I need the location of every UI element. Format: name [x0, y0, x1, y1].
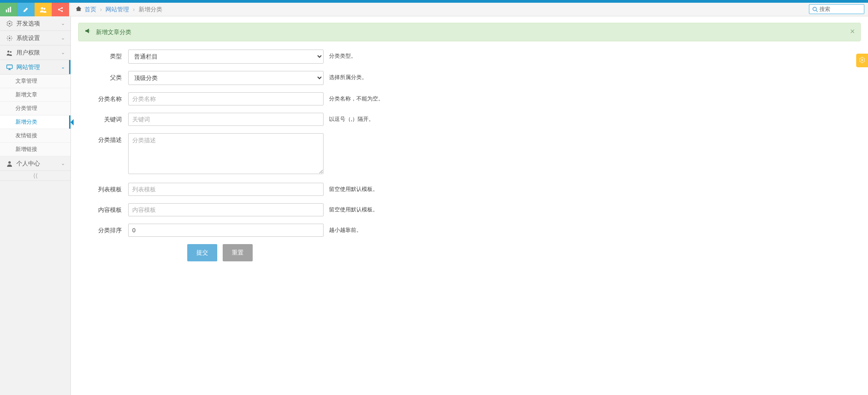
main-content: 新增文章分类 × 类型 普通栏目 分类类型。 父类 顶级分类	[71, 16, 868, 395]
sidebar-item-label: 用户权限	[16, 49, 40, 57]
sidebar-item-label: 网站管理	[16, 63, 40, 71]
help-name: 分类名称，不能为空。	[324, 92, 384, 103]
svg-point-3	[40, 7, 43, 9]
label-parent: 父类	[78, 71, 128, 82]
sidebar-item-users[interactable]: 用户权限 ⌄	[0, 45, 70, 60]
submenu-category-add[interactable]: 新增分类	[0, 115, 70, 129]
settings-fab[interactable]	[856, 54, 868, 67]
sidebar-collapse[interactable]: ⟨⟨	[0, 171, 70, 181]
header-btn-share[interactable]	[52, 3, 69, 16]
sidebar-item-profile[interactable]: 个人中心 ⌄	[0, 156, 70, 171]
reset-button[interactable]: 重置	[223, 244, 253, 261]
help-desc	[324, 133, 329, 136]
help-sort: 越小越靠前。	[324, 224, 362, 234]
chevron-down-icon: ⌄	[61, 64, 65, 70]
breadcrumb: 首页 › 网站管理 › 新增分类	[69, 5, 162, 14]
svg-point-4	[43, 8, 45, 10]
bullhorn-icon	[85, 29, 93, 35]
sidebar-submenu-site: 文章管理 新增文章 分类管理 新增分类 友情链接 新增链接	[0, 75, 70, 156]
help-type: 分类类型。	[324, 50, 356, 60]
help-parent: 选择所属分类。	[324, 71, 367, 81]
svg-point-9	[9, 37, 10, 39]
help-cont-tpl: 留空使用默认模板。	[324, 203, 378, 214]
share-icon	[57, 6, 64, 13]
svg-point-10	[7, 50, 9, 52]
input-sort[interactable]	[128, 224, 324, 237]
input-cont-tpl[interactable]	[128, 203, 324, 216]
gear-icon	[5, 20, 14, 27]
sidebar-item-dev[interactable]: 开发选项 ⌄	[0, 16, 70, 31]
alert-text: 新增文章分类	[96, 29, 131, 35]
header-btn-users[interactable]	[35, 3, 52, 16]
sidebar-item-site[interactable]: 网站管理 ⌄	[0, 60, 70, 75]
breadcrumb-home[interactable]: 首页	[85, 5, 96, 14]
label-list-tpl: 列表模板	[78, 183, 128, 194]
sidebar-item-label: 系统设置	[16, 34, 40, 42]
header: 首页 › 网站管理 › 新增分类	[0, 3, 868, 16]
breadcrumb-site[interactable]: 网站管理	[105, 5, 129, 14]
pencil-icon	[23, 6, 29, 13]
svg-point-7	[61, 10, 63, 12]
label-cont-tpl: 内容模板	[78, 203, 128, 214]
gear-icon	[5, 35, 14, 41]
header-btn-chart[interactable]	[0, 3, 17, 16]
header-btn-edit[interactable]	[17, 3, 35, 16]
user-icon	[5, 160, 14, 167]
label-name: 分类名称	[78, 92, 128, 103]
svg-rect-2	[10, 6, 11, 12]
breadcrumb-current: 新增分类	[139, 5, 162, 14]
breadcrumb-sep-2: ›	[133, 6, 135, 13]
label-keywords: 关键词	[78, 113, 128, 124]
submenu-friendlink[interactable]: 友情链接	[0, 129, 70, 143]
monitor-icon	[5, 64, 14, 70]
category-form: 类型 普通栏目 分类类型。 父类 顶级分类 选择所属分类。 分类名称	[78, 50, 487, 261]
label-sort: 分类排序	[78, 224, 128, 235]
gear-icon	[859, 57, 865, 65]
chevron-left-circle-icon: ⟨⟨	[33, 172, 38, 179]
submenu-link-add[interactable]: 新增链接	[0, 143, 70, 156]
search-wrap	[809, 4, 864, 14]
users-icon	[5, 50, 14, 56]
chevron-down-icon: ⌄	[61, 20, 65, 26]
svg-point-13	[8, 161, 10, 163]
sidebar-item-system[interactable]: 系统设置 ⌄	[0, 31, 70, 45]
alert-success: 新增文章分类 ×	[78, 23, 861, 41]
submenu-article-add[interactable]: 新增文章	[0, 88, 70, 102]
select-parent[interactable]: 顶级分类	[128, 71, 324, 85]
users-icon	[40, 6, 46, 13]
alert-close[interactable]: ×	[850, 27, 855, 36]
sidebar-item-label: 个人中心	[16, 160, 40, 168]
submenu-category-manage[interactable]: 分类管理	[0, 102, 70, 115]
sidebar: 开发选项 ⌄ 系统设置 ⌄ 用户权限 ⌄ 网站管理 ⌄ 文章管理 新增文章 分类…	[0, 16, 71, 395]
textarea-desc[interactable]	[128, 133, 324, 174]
help-list-tpl: 留空使用默认模板。	[324, 183, 378, 193]
chevron-down-icon: ⌄	[61, 50, 65, 55]
input-list-tpl[interactable]	[128, 183, 324, 196]
home-icon	[75, 5, 82, 13]
input-keywords[interactable]	[128, 113, 324, 126]
submenu-article-manage[interactable]: 文章管理	[0, 75, 70, 88]
search-icon	[812, 6, 818, 14]
svg-rect-12	[7, 65, 12, 68]
sidebar-item-label: 开发选项	[16, 20, 40, 28]
bar-chart-icon	[5, 6, 12, 13]
label-desc: 分类描述	[78, 133, 128, 144]
header-color-buttons	[0, 3, 69, 16]
svg-point-6	[61, 7, 63, 9]
select-type[interactable]: 普通栏目	[128, 50, 324, 64]
help-keywords: 以逗号（,）隔开。	[324, 113, 374, 123]
input-name[interactable]	[128, 92, 324, 105]
svg-rect-1	[8, 8, 9, 12]
svg-point-11	[10, 51, 12, 53]
submit-button[interactable]: 提交	[187, 244, 217, 261]
svg-point-8	[813, 7, 817, 11]
svg-rect-0	[5, 10, 7, 12]
breadcrumb-sep-1: ›	[100, 6, 102, 13]
chevron-down-icon: ⌄	[61, 160, 65, 166]
label-type: 类型	[78, 50, 128, 60]
chevron-down-icon: ⌄	[61, 35, 65, 41]
